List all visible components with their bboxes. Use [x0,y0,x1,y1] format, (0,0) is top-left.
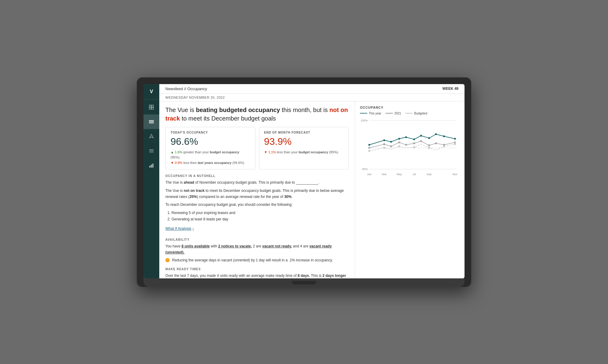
sidebar-item-grid[interactable] [143,114,159,129]
kpi-eom-label: END OF MONTH FORECAST [264,131,344,134]
occupancy-chart: 100% 95% Jan Mar May Jul Sep Nov [360,117,460,178]
legend-budgeted-line [405,113,413,114]
nutshell-section-label: OCCUPANCY IN A NUTSHELL [165,174,349,178]
svg-point-33 [443,135,445,137]
svg-text:May: May [396,173,402,176]
nutshell-bullets: Renewing 5 of your expiring leases and G… [171,210,349,223]
left-panel: The Vue is beating budgeted occupancy th… [159,101,355,278]
what-if-analysis-link[interactable]: What If Analysis › [165,226,194,231]
legend-this-year-line [360,113,367,114]
sidebar-item-list[interactable] [143,144,159,158]
availability-alert-text: Reducing the average days in vacant (unr… [172,257,333,263]
legend-2021: 2021 [385,112,401,115]
svg-point-31 [428,137,430,139]
right-panel: OCCUPANCY This year 2021 Budgeted [355,101,465,278]
svg-point-25 [383,139,385,141]
nutshell-para2: The Vue is not on track to meet its Dece… [165,188,349,200]
kpi-today-meta: ▲ 1.6% greater than your budget occupanc… [171,150,250,166]
main-content: Newsfeed // Occupancy WEEK 49 WEDNESDAY … [159,84,465,278]
svg-text:Jul: Jul [412,173,416,176]
availability-alert: Reducing the average days in vacant (unr… [165,257,349,263]
svg-text:95%: 95% [362,168,368,171]
legend-budgeted: Budgeted [405,112,427,115]
logo[interactable]: V [143,84,159,100]
svg-point-28 [405,136,407,138]
svg-point-26 [390,141,392,143]
svg-text:Jan: Jan [367,173,371,176]
svg-point-30 [420,135,422,137]
nutshell-para1: The Vue is ahead of November occupancy b… [165,179,349,185]
svg-text:100%: 100% [361,119,368,122]
kpi-eom-card: END OF MONTH FORECAST 93.9% ▼ 1.1% less … [259,127,349,170]
svg-rect-0 [149,105,151,107]
kpi-row: TODAY'S OCCUPANCY 96.6% ▲ 1.6% greater t… [165,127,349,170]
make-ready-para: Over the last 7 days, you made 4 units r… [165,273,349,278]
make-ready-section-label: MAKE READY TIMES [165,267,349,271]
svg-rect-1 [152,105,154,107]
sidebar-item-chart[interactable] [143,158,159,173]
svg-point-34 [454,138,456,140]
svg-rect-5 [149,121,154,122]
svg-point-32 [435,133,437,135]
svg-text:Nov: Nov [452,173,458,176]
kpi-today-value: 96.6% [171,136,250,147]
sidebar-item-navigation[interactable] [143,129,159,144]
legend-2021-line [385,113,393,114]
kpi-today-card: TODAY'S OCCUPANCY 96.6% ▲ 1.6% greater t… [165,127,255,170]
svg-rect-3 [152,107,154,109]
svg-rect-2 [149,107,151,109]
legend-this-year: This year [360,112,381,115]
week-badge: WEEK 49 [442,87,458,91]
kpi-eom-meta: ▼ 1.1% less than your budget occupancy (… [264,150,344,155]
content-area: The Vue is beating budgeted occupancy th… [159,101,465,278]
svg-point-27 [398,138,400,140]
availability-section-label: AVAILABILITY [165,238,349,241]
sidebar-item-dashboard[interactable] [143,100,159,114]
nutshell-para3: To reach December occupancy budget goal,… [165,202,349,208]
arrow-icon: › [192,226,194,231]
kpi-eom-value: 93.9% [264,136,344,147]
svg-rect-4 [149,120,154,121]
chart-svg: 100% 95% Jan Mar May Jul Sep Nov [360,117,460,178]
svg-text:Mar: Mar [382,173,387,176]
sidebar: V [143,84,159,278]
bullet-2: Generating at least 8 leads per day [171,216,349,223]
header: Newsfeed // Occupancy WEEK 49 [159,84,465,94]
bullet-1: Renewing 5 of your expiring leases and [171,210,349,216]
svg-point-29 [413,138,415,140]
chart-legend: This year 2021 Budgeted [360,112,460,115]
svg-rect-12 [152,164,154,168]
svg-rect-6 [149,123,154,123]
svg-text:Sep: Sep [427,173,431,176]
date-text: WEDNESDAY NOVEMBER 20, 2022 [165,96,225,99]
date-bar: WEDNESDAY NOVEMBER 20, 2022 [159,94,465,101]
chart-title: OCCUPANCY [360,106,460,109]
availability-para: You have 8 units available with 2 notice… [165,243,349,256]
svg-rect-11 [151,165,152,168]
kpi-today-label: TODAY'S OCCUPANCY [171,131,250,134]
headline: The Vue is beating budgeted occupancy th… [165,106,349,123]
alert-dot-icon [165,258,170,262]
svg-rect-10 [149,166,150,168]
svg-point-24 [368,144,370,146]
breadcrumb: Newsfeed // Occupancy [165,87,207,91]
